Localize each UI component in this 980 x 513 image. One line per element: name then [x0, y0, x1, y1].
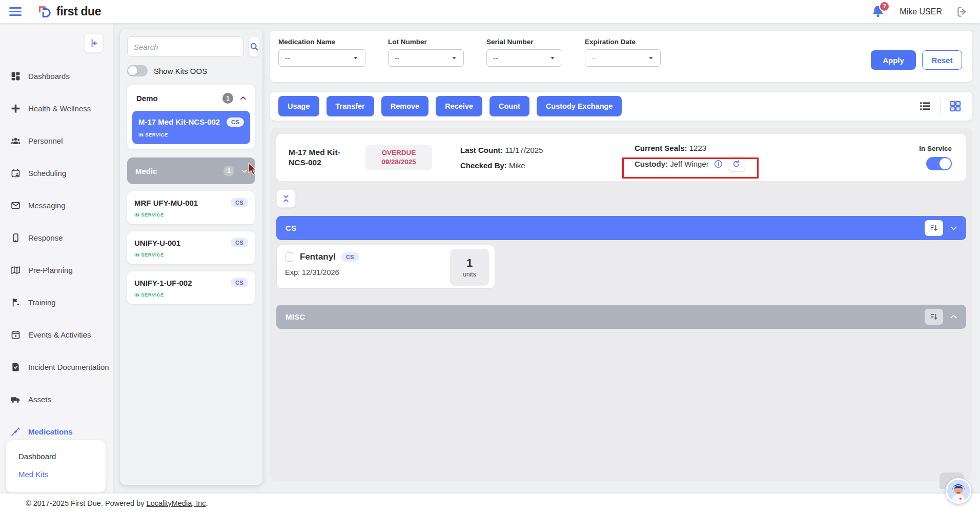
notifications-button[interactable]: 7 — [871, 4, 886, 19]
custody-value: Jeff Winger — [670, 160, 709, 168]
sort-button[interactable] — [925, 309, 943, 325]
cs-badge: CS — [231, 238, 248, 247]
filter-label-serial-number: Serial Number — [486, 38, 562, 46]
apply-button[interactable]: Apply — [871, 50, 916, 70]
quantity-value: 1 — [466, 256, 473, 270]
list-view-icon[interactable] — [918, 100, 932, 113]
kit-card-selected[interactable]: M-17 Med Kit-NCS-002 CS IN SERVICE — [132, 111, 250, 144]
cs-badge: CS — [341, 252, 359, 262]
sidebar-item-health-wellness[interactable]: Health & Wellness — [0, 92, 113, 125]
custody-refresh-button[interactable] — [728, 156, 745, 172]
kit-name: UNIFY-1-UF-002 — [134, 279, 226, 287]
sidebar-item-messaging[interactable]: Messaging — [0, 189, 113, 222]
sidebar-collapse-button[interactable] — [84, 33, 104, 53]
current-seals-label: Current Seals: — [635, 144, 687, 152]
count-button[interactable]: Count — [489, 96, 529, 116]
refresh-icon — [732, 160, 741, 168]
sidebar-item-scheduling[interactable]: Scheduling — [0, 157, 113, 189]
hamburger-menu-icon[interactable] — [9, 5, 22, 18]
kit-detail-name: M-17 Med Kit-NCS-002 — [289, 147, 350, 168]
custody-label: Custody: — [635, 160, 668, 168]
chevron-up-icon[interactable] — [949, 312, 958, 321]
syringe-icon — [10, 426, 21, 437]
kit-name: MRF UFY-MU-001 — [134, 199, 226, 207]
sidebar-item-incident-documentation[interactable]: Incident Documentation — [0, 351, 113, 383]
group-name: Demo — [136, 94, 216, 103]
collapse-all-sections-button[interactable] — [276, 189, 296, 208]
expiration-date-select[interactable]: -- — [585, 49, 661, 67]
overdue-date: 09/28/2025 — [370, 157, 428, 167]
receive-button[interactable]: Receive — [436, 96, 482, 116]
dashboards-icon — [10, 71, 21, 82]
footer: © 2017-2025 First Due. Powered by Locali… — [0, 494, 980, 513]
reset-button[interactable]: Reset — [922, 50, 962, 70]
kit-card[interactable]: UNIFY-U-001 CS IN SERVICE — [127, 231, 255, 264]
copyright-prefix: © 2017-2025 First Due. Powered by — [26, 499, 147, 507]
sidebar-item-pre-planning[interactable]: Pre-Planning — [0, 254, 113, 286]
sidebar-item-label: Assets — [28, 395, 51, 404]
chevron-up-icon[interactable] — [239, 94, 247, 102]
custody-exchange-button[interactable]: Custody Exchange — [537, 96, 622, 116]
medication-name-select[interactable]: -- — [278, 49, 365, 67]
sidebar-item-events-activities[interactable]: Events & Activities — [0, 319, 113, 351]
lot-number-select[interactable]: -- — [388, 49, 464, 67]
submenu-item-dashboard[interactable]: Dashboard — [6, 447, 106, 465]
support-avatar[interactable] — [946, 478, 971, 504]
sidebar-item-label: Events & Activities — [28, 330, 91, 339]
chevron-down-icon[interactable] — [240, 167, 248, 175]
sort-icon — [930, 312, 938, 321]
serial-number-select[interactable]: -- — [486, 49, 562, 67]
medication-quantity-box: 1 units — [450, 249, 489, 286]
sidebar-item-response[interactable]: Response — [0, 222, 113, 254]
sidebar-item-label: Response — [28, 233, 63, 242]
locality-media-link[interactable]: LocalityMedia, Inc — [147, 499, 206, 507]
sidebar-item-training[interactable]: Training — [0, 286, 113, 319]
sidebar-item-label: Pre-Planning — [28, 266, 73, 274]
quantity-unit: units — [463, 271, 476, 278]
usage-button[interactable]: Usage — [278, 96, 319, 116]
info-icon[interactable] — [713, 159, 723, 169]
logout-icon[interactable] — [955, 5, 969, 18]
grid-view-icon[interactable] — [949, 100, 962, 113]
actions-card: Usage Transfer Remove Receive Count Cust… — [270, 92, 972, 121]
kit-card[interactable]: UNIFY-1-UF-002 CS IN SERVICE — [127, 271, 255, 304]
kit-name: M-17 Med Kit-NCS-002 — [138, 117, 221, 127]
group-count-badge: 1 — [223, 166, 234, 176]
search-button[interactable] — [249, 36, 260, 57]
section-header-cs[interactable]: CS — [276, 216, 966, 240]
remove-button[interactable]: Remove — [381, 96, 428, 116]
phone-icon — [10, 232, 21, 243]
kit-group-medic-header[interactable]: Medic 1 — [127, 157, 255, 184]
user-name[interactable]: Mike USER — [900, 7, 942, 16]
last-count-value: 11/17/2025 — [505, 146, 543, 154]
kit-status: IN SERVICE — [134, 212, 248, 218]
medication-checkbox[interactable] — [285, 252, 294, 262]
sidebar-item-label: Medications — [28, 427, 73, 436]
cs-badge: CS — [231, 198, 248, 207]
kit-status: IN SERVICE — [134, 292, 248, 298]
transfer-button[interactable]: Transfer — [326, 96, 374, 116]
sidebar-item-dashboards[interactable]: Dashboards — [0, 60, 113, 92]
search-input[interactable] — [127, 36, 243, 57]
filters-card: Medication Name -- Lot Number -- Serial … — [270, 31, 972, 82]
overdue-badge: OVERDUE 09/28/2025 — [365, 145, 432, 170]
sort-icon — [930, 224, 938, 232]
last-count-label: Last Count: — [460, 146, 503, 154]
in-service-toggle[interactable] — [926, 157, 952, 170]
copyright-text: © 2017-2025 First Due. Powered by Locali… — [26, 499, 208, 507]
sidebar-item-assets[interactable]: Assets — [0, 383, 113, 416]
collapse-vertical-icon — [281, 194, 291, 203]
submenu-item-med-kits[interactable]: Med Kits — [6, 465, 106, 483]
sidebar-item-personnel[interactable]: Personnel — [0, 125, 113, 157]
select-value: -- — [285, 54, 353, 62]
chat-widget[interactable] — [940, 472, 973, 506]
show-kits-oos-toggle[interactable] — [127, 65, 148, 76]
demo-group-header[interactable]: Demo 1 — [132, 90, 250, 108]
chevron-down-icon[interactable] — [949, 224, 958, 232]
sidebar-item-label: Training — [28, 298, 56, 307]
filter-label-lot-number: Lot Number — [388, 38, 464, 46]
kit-card[interactable]: MRF UFY-MU-001 CS IN SERVICE — [127, 191, 255, 224]
app-logo[interactable]: first due — [37, 4, 101, 19]
section-header-misc[interactable]: MISC — [276, 305, 966, 329]
sort-button[interactable] — [925, 220, 943, 236]
